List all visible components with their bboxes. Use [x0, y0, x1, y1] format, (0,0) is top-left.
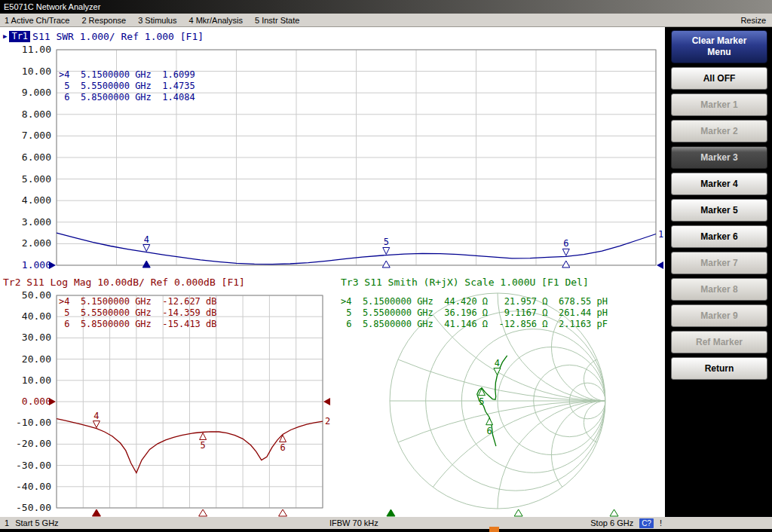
y-axis-tick: -10.00: [16, 417, 51, 428]
marker-5-label: 5: [201, 440, 206, 451]
y-axis-tick: 40.00: [22, 310, 51, 322]
softkey-buttons: All OFFMarker 1Marker 2Marker 3Marker 4M…: [671, 67, 767, 380]
marker-5-label: 5: [479, 396, 484, 407]
marker-6-triangle[interactable]: [562, 249, 569, 255]
softkey-return[interactable]: Return: [671, 357, 767, 380]
y-axis-tick: -30.00: [16, 460, 51, 471]
marker-4-triangle[interactable]: [494, 368, 501, 375]
start-frequency: Start 5 GHz: [15, 517, 58, 529]
analyzer-window: E5071C Network Analyzer 1 Active Ch/Trac…: [0, 0, 772, 532]
marker-readout-row: 5 5.5500000 GHz 1.4735: [59, 81, 195, 92]
menu-item-1[interactable]: 1 Active Ch/Trace: [5, 16, 69, 25]
stimulus-marker-icon: [610, 509, 618, 516]
ref-level-left-icon: [49, 261, 56, 269]
y-axis-tick: 9.000: [22, 87, 51, 98]
softkey-marker-3[interactable]: Marker 3: [671, 146, 767, 169]
marker-6-triangle[interactable]: [486, 418, 493, 425]
status-start-section: 1 Start 5 GHz: [5, 517, 59, 529]
tr3-title[interactable]: Tr3 S11 Smith (R+jX) Scale 1.000U [F1 De…: [341, 277, 589, 288]
y-axis-tick: 8.000: [22, 109, 51, 120]
marker-readout-row: 5 5.5500000 GHz 36.196 Ω 9.1167 Ω 261.44…: [341, 307, 608, 319]
y-axis-tick: 4.000: [22, 194, 51, 206]
stimulus-marker-icon: [382, 261, 390, 268]
stimulus-marker-icon: [199, 509, 207, 516]
status-stop-section: Stop 6 GHz C? !: [590, 517, 662, 529]
stop-frequency: Stop 6 GHz: [590, 517, 633, 529]
title-bar[interactable]: E5071C Network Analyzer: [0, 0, 772, 14]
marker-readout-row: >4 5.1500000 GHz 44.420 Ω 21.957 Ω 678.5…: [341, 296, 608, 307]
marker-4-label: 4: [495, 358, 500, 368]
menu-item-3[interactable]: 3 Stimulus: [138, 16, 176, 25]
marker-6-label: 6: [487, 426, 492, 436]
chart-area: ▶ Tr1 S11 SWR 1.000/ Ref 1.000 [F1] 11.0…: [0, 27, 665, 517]
stimulus-marker-icon: [92, 509, 100, 516]
marker-readout-row: >4 5.1500000 GHz 1.6099: [59, 69, 195, 81]
y-axis-tick: 7.000: [22, 130, 51, 141]
tr3-marker-table: >4 5.1500000 GHz 44.420 Ω 21.957 Ω 678.5…: [341, 296, 608, 330]
channel-number: 1: [5, 517, 9, 529]
y-axis-tick: 10.00: [22, 66, 51, 77]
y-axis-tick: 0.000: [22, 396, 51, 407]
tr1-marker-table: >4 5.1500000 GHz 1.6099 5 5.5500000 GHz …: [59, 69, 195, 103]
softkey-menu-title: Clear Marker Menu: [671, 30, 767, 63]
status-bar: 1 Start 5 GHz IFBW 70 kHz Stop 6 GHz C? …: [0, 517, 772, 529]
softkey-all-off[interactable]: All OFF: [671, 67, 767, 90]
marker-5-triangle[interactable]: [200, 433, 207, 439]
y-axis-tick: 30.00: [22, 332, 51, 343]
softkey-ref-marker: Ref Marker: [671, 331, 767, 353]
marker-4-label: 4: [93, 411, 99, 421]
softkey-marker-1: Marker 1: [671, 93, 767, 116]
tr2-title[interactable]: Tr2 S11 Log Mag 10.00dB/ Ref 0.000dB [F1…: [3, 277, 245, 288]
ref-level-left-icon: [49, 398, 56, 405]
y-axis-tick: -20.00: [16, 438, 51, 449]
y-axis-tick: 11.00: [22, 45, 51, 55]
ref-level-right-icon: [323, 398, 330, 405]
softkey-marker-8: Marker 8: [671, 278, 767, 301]
softkey-marker-4[interactable]: Marker 4: [671, 173, 767, 195]
tr1-title: S11 SWR 1.000/ Ref 1.000 [F1]: [32, 31, 204, 42]
marker-readout-row: 6 5.8500000 GHz -15.413 dB: [59, 319, 217, 330]
marker-5-triangle[interactable]: [383, 247, 390, 254]
softkey-marker-6[interactable]: Marker 6: [671, 225, 767, 248]
y-axis-tick: 10.00: [22, 375, 51, 386]
active-trace-arrow-icon: ▶: [3, 31, 7, 42]
marker-4-triangle[interactable]: [93, 421, 100, 428]
marker-6-label: 6: [563, 238, 568, 249]
marker-6-label: 6: [280, 442, 285, 453]
ifbw-readout: IFBW 70 kHz: [329, 517, 378, 529]
menu-item-2[interactable]: 2 Response: [81, 16, 126, 25]
marker-readout-row: 6 5.8500000 GHz 41.146 Ω -12.856 Ω 2.116…: [341, 319, 608, 330]
ref-level-right-icon: [657, 261, 663, 269]
y-axis-tick: 20.00: [22, 353, 51, 365]
stimulus-marker-icon: [142, 261, 150, 268]
softkey-marker-2: Marker 2: [671, 120, 767, 142]
marker-4-triangle[interactable]: [143, 245, 150, 252]
stimulus-marker-icon: [387, 509, 395, 516]
marker-readout-row: 5 5.5500000 GHz -14.359 dB: [59, 307, 217, 319]
tr1-title-row: ▶ Tr1 S11 SWR 1.000/ Ref 1.000 [F1]: [3, 31, 204, 42]
tr1-badge[interactable]: Tr1: [9, 31, 30, 42]
softkey-panel: Clear Marker Menu All OFFMarker 1Marker …: [666, 27, 772, 517]
y-axis-tick: 3.000: [22, 216, 51, 228]
softkey-marker-9: Marker 9: [671, 304, 767, 327]
softkey-marker-5[interactable]: Marker 5: [671, 199, 767, 222]
stimulus-marker-icon: [562, 261, 570, 268]
taskbar-artifact: [489, 527, 499, 532]
stimulus-marker-icon: [279, 509, 287, 516]
bottom-strip: [0, 529, 772, 532]
y-axis-tick: 5.000: [22, 173, 51, 185]
window-title: E5071C Network Analyzer: [4, 2, 100, 11]
marker-4-label: 4: [144, 234, 149, 245]
menu-item-4[interactable]: 4 Mkr/Analysis: [188, 16, 243, 25]
stimulus-marker-icon: [514, 509, 522, 516]
trace-number-label: 1: [658, 229, 663, 240]
trace-number-label: 2: [325, 416, 330, 427]
resize-button[interactable]: Resize: [740, 16, 772, 25]
y-axis-tick: 6.000: [22, 151, 51, 163]
menu-item-5[interactable]: 5 Instr State: [255, 16, 299, 25]
y-axis-tick: 2.000: [22, 237, 51, 249]
menu-items: 1 Active Ch/Trace2 Response3 Stimulus4 M…: [0, 16, 740, 25]
softkey-marker-7: Marker 7: [671, 252, 767, 274]
marker-readout-row: >4 5.1500000 GHz -12.627 dB: [59, 296, 217, 307]
tr2-marker-table: >4 5.1500000 GHz -12.627 dB 5 5.5500000 …: [59, 296, 217, 330]
